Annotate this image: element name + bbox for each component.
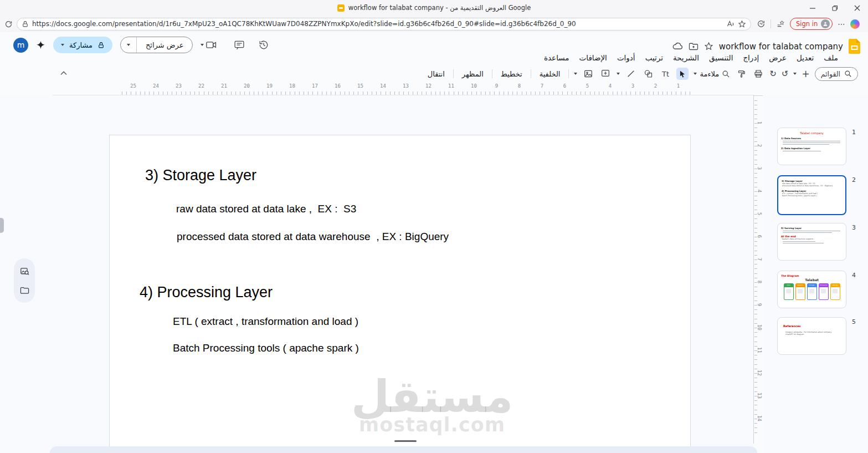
thumbnail-number: 2 bbox=[852, 176, 856, 184]
share-button[interactable]: مشاركة bbox=[53, 37, 112, 53]
slides-logo-icon[interactable] bbox=[849, 39, 860, 54]
restore-button[interactable] bbox=[824, 0, 846, 16]
read-aloud-icon[interactable] bbox=[726, 21, 735, 28]
insert-line-button[interactable] bbox=[625, 68, 637, 80]
toolbar-transition-button[interactable]: انتقال bbox=[424, 69, 448, 79]
copilot-icon[interactable] bbox=[850, 19, 860, 29]
collections-icon[interactable] bbox=[776, 19, 785, 28]
collapse-toolbar-button[interactable] bbox=[57, 67, 70, 80]
user-avatar[interactable]: m bbox=[13, 38, 28, 53]
toolbar-background-button[interactable]: الخلفية bbox=[536, 69, 564, 79]
insert-shape-button[interactable] bbox=[642, 68, 654, 80]
address-bar[interactable]: https://docs.google.com/presentation/d/1… bbox=[17, 18, 751, 30]
thumb4-title: The Diagram bbox=[781, 274, 846, 277]
document-title[interactable]: workflow for talabat company bbox=[719, 42, 843, 52]
thumbnail-slide-2-selected[interactable]: 3) Storage Layer raw data stored at data… bbox=[777, 175, 846, 215]
menu-edit[interactable]: تعديل bbox=[792, 52, 818, 63]
more-options-icon[interactable]: ⋯ bbox=[838, 20, 845, 28]
search-icon bbox=[844, 70, 852, 78]
text-box-button[interactable]: Tt bbox=[659, 68, 671, 80]
filmstrip-panel: Talabat company 1) Data Sources 2) Data … bbox=[763, 95, 868, 453]
horizontal-ruler[interactable]: 2524232221201918171615141312111098765432… bbox=[53, 82, 754, 95]
gemini-icon[interactable] bbox=[36, 40, 45, 50]
present-button[interactable]: عرض شرائح bbox=[137, 37, 192, 53]
textbox-glyph: Tt bbox=[662, 70, 669, 78]
thumbnail-slide-1[interactable]: Talabat company 1) Data Sources 2) Data … bbox=[777, 128, 846, 165]
thumbnail-slide-3[interactable]: 5) Serving Layer At the end Talabat's da… bbox=[777, 223, 846, 261]
thumbnail-slide-5[interactable]: References Google's wikipedia : For info… bbox=[777, 317, 846, 355]
thumb2-line: processed data stored at data warehouse … bbox=[782, 185, 845, 187]
toolbar-layout-button[interactable]: تخطيط bbox=[497, 69, 526, 79]
vertical-ruler[interactable]: 1234567891011121314 bbox=[753, 95, 763, 444]
menu-slide[interactable]: الشريحة bbox=[669, 52, 703, 63]
sign-in-button[interactable]: Sign in bbox=[790, 18, 833, 30]
side-tools-panel bbox=[14, 258, 35, 303]
url-text[interactable]: https://docs.google.com/presentation/d/1… bbox=[32, 20, 723, 28]
close-button[interactable] bbox=[846, 0, 868, 16]
star-outline-icon[interactable] bbox=[704, 42, 713, 51]
slide-canvas[interactable]: 3) Storage Layer raw data stored at data… bbox=[0, 95, 753, 453]
cloud-status-icon[interactable] bbox=[672, 42, 683, 50]
menu-arrange[interactable]: ترتيب bbox=[641, 52, 667, 63]
browser-essentials-icon[interactable] bbox=[757, 19, 766, 28]
minimize-button[interactable] bbox=[802, 0, 824, 16]
insert-comment-button[interactable] bbox=[599, 68, 612, 80]
thumb5-line: ChatGPT for diagram bbox=[785, 333, 846, 335]
version-history-icon[interactable] bbox=[259, 40, 269, 50]
ruler-ticks bbox=[122, 91, 692, 95]
slide-processing-line2[interactable]: Batch Processing tools ( apache spark ) bbox=[173, 342, 359, 354]
menu-tools[interactable]: أدوات bbox=[613, 52, 640, 63]
redo-button[interactable]: ↻ bbox=[769, 69, 777, 79]
reload-button[interactable] bbox=[0, 20, 17, 28]
caret-down-icon[interactable] bbox=[574, 73, 577, 75]
sidebar-handle[interactable] bbox=[0, 218, 4, 233]
insert-image-button[interactable] bbox=[582, 68, 594, 80]
menu-view[interactable]: عرض bbox=[764, 52, 791, 63]
print-button[interactable] bbox=[752, 68, 764, 80]
toolbar-theme-button[interactable]: المظهر bbox=[459, 69, 487, 79]
current-slide[interactable]: 3) Storage Layer raw data stored at data… bbox=[109, 135, 691, 453]
comment-history-icon[interactable] bbox=[234, 40, 244, 50]
caret-down-icon[interactable] bbox=[793, 73, 797, 75]
present-options-button[interactable] bbox=[121, 37, 137, 53]
menu-format[interactable]: التنسيق bbox=[705, 52, 737, 63]
thumb5-title: References bbox=[783, 324, 846, 328]
menu-insert[interactable]: إدراج bbox=[738, 52, 763, 63]
zoom-plus-button[interactable]: + bbox=[802, 68, 809, 79]
speaker-notes-bar[interactable] bbox=[50, 446, 757, 453]
thumbnail-number: 4 bbox=[852, 272, 856, 279]
slide-storage-line2[interactable]: processed data stored at data warehouse … bbox=[177, 231, 449, 243]
slide-processing-line1[interactable]: ETL ( extract , transformation and load … bbox=[173, 315, 358, 328]
meet-button[interactable] bbox=[201, 41, 217, 49]
caret-down-icon bbox=[694, 73, 697, 75]
notes-resize-handle[interactable] bbox=[394, 440, 417, 442]
image-search-icon[interactable] bbox=[20, 267, 29, 276]
zoom-fit-control[interactable]: ملاءمة bbox=[694, 70, 730, 78]
menus-search-box[interactable]: القوائم bbox=[815, 67, 858, 81]
slide-heading-storage[interactable]: 3) Storage Layer bbox=[145, 167, 256, 184]
thumb1-title: Talabat company bbox=[778, 131, 846, 135]
thumb1-item: 2) Data Ingestion Layer bbox=[781, 147, 846, 150]
toolbar: انتقال المظهر تخطيط الخلفية Tt bbox=[0, 65, 868, 82]
caret-down-icon bbox=[127, 44, 130, 46]
slide-storage-line1[interactable]: raw data stored at data lake , EX : S3 bbox=[176, 203, 356, 215]
caret-down-icon[interactable] bbox=[617, 73, 620, 75]
thumbnail-number: 1 bbox=[852, 129, 856, 136]
site-lock-icon[interactable] bbox=[22, 21, 29, 28]
caret-down-icon bbox=[201, 44, 204, 46]
shape-icon bbox=[644, 69, 653, 78]
slide-heading-processing[interactable]: 4) Processing Layer bbox=[140, 284, 273, 301]
thumbnail-slide-4[interactable]: The Diagram Talabat Data Sources Ingesti… bbox=[777, 271, 846, 308]
thumb3-line: 5) Serving Layer bbox=[781, 227, 846, 230]
menu-extensions[interactable]: الإضافات bbox=[575, 52, 612, 63]
lock-icon bbox=[97, 42, 105, 49]
favorite-star-icon[interactable] bbox=[738, 20, 746, 28]
move-folder-icon[interactable] bbox=[689, 42, 698, 50]
menu-file[interactable]: ملف bbox=[819, 52, 843, 63]
undo-button[interactable]: ↺ bbox=[782, 69, 789, 79]
paint-format-button[interactable] bbox=[735, 68, 747, 80]
menu-help[interactable]: مساعدة bbox=[540, 52, 574, 63]
present-button-group: عرض شرائح bbox=[120, 37, 193, 53]
select-tool-button[interactable] bbox=[676, 68, 689, 80]
folder-icon[interactable] bbox=[20, 286, 29, 294]
